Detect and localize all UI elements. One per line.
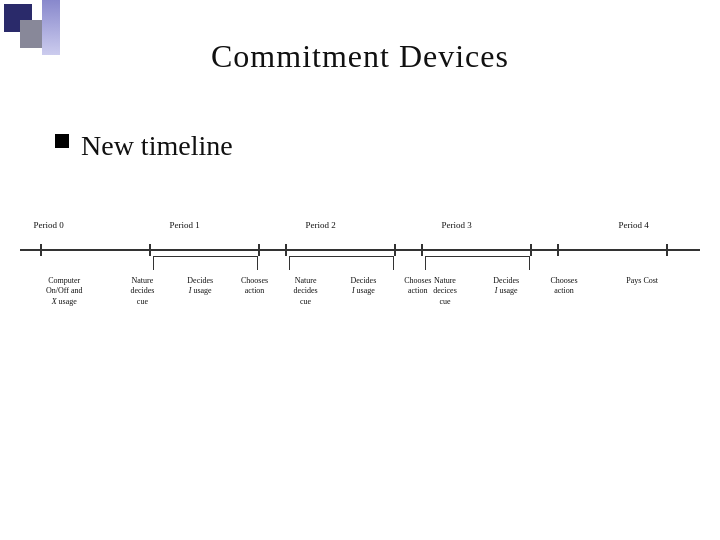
col-decides-1: Decides I usage [170,276,231,297]
bullet-text: New timeline [81,130,233,162]
period-1-label: Period 1 [170,220,200,230]
bracket-2 [289,256,394,270]
brackets-row [20,256,700,272]
bracket-1 [153,256,258,270]
period-2-label: Period 2 [306,220,336,230]
period-4-label: Period 4 [618,220,648,230]
col-pays-cost: Pays Cost [612,276,673,286]
col-nature-3: Nature decices cue [414,276,475,307]
col-decides-2: Decides I usage [333,276,394,297]
periods-row: Period 0 Period 1 Period 2 Period 3 Peri… [20,220,700,240]
bracket-3 [425,256,530,270]
bullet-icon [55,134,69,148]
col-chooses-1: Chooses action [227,276,281,297]
bullet-section: New timeline [55,130,233,162]
period-0-label: Period 0 [34,220,64,230]
page-title: Commitment Devices [0,38,720,75]
col-decides-3: Decides I usage [476,276,537,297]
col-nature-2: Nature decides cue [275,276,336,307]
period-3-label: Period 3 [442,220,472,230]
labels-row: Computer On/Off and X usage Nature decid… [20,276,700,326]
col-chooses-3: Chooses action [537,276,591,297]
timeline-container: Period 0 Period 1 Period 2 Period 3 Peri… [20,220,700,326]
col-computer: Computer On/Off and X usage [20,276,108,307]
col-nature-1: Nature decides cue [112,276,173,307]
